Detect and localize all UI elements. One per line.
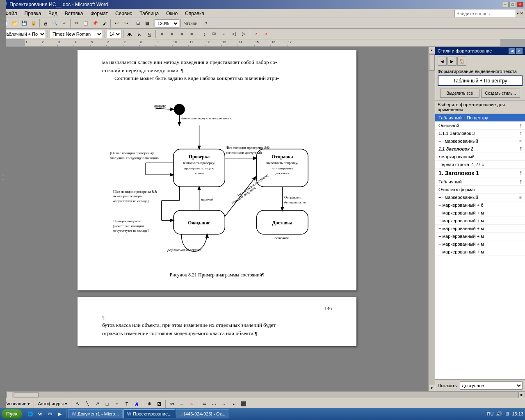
paste-button[interactable]: 📌 (91, 19, 100, 28)
style-item-heading1[interactable]: 1. Заголовок 1 ¶ (435, 169, 525, 178)
style-item-firstline[interactable]: Первая строка: 1,27 с (435, 161, 525, 169)
reading-button[interactable]: Чтение (182, 19, 199, 28)
styles-panel-close[interactable]: ✕ (516, 48, 523, 54)
menu-format[interactable]: Формат (87, 10, 111, 17)
size-select[interactable]: 14 (107, 30, 121, 38)
select-all-button[interactable]: Выделить все (440, 89, 479, 98)
line-spacing-button[interactable]: ↕ (200, 30, 209, 39)
style-item-m4[interactable]: − маркерованный + м (435, 217, 525, 225)
style-item-heading2[interactable]: 1.1 Заголовок 2 ¶ (435, 145, 525, 153)
task-proekt[interactable]: W Проектирование... (123, 409, 175, 418)
menu-view[interactable]: Вид (45, 10, 61, 17)
style-item-tablichny-center[interactable]: Табличный + По центру (435, 114, 525, 122)
clip-art-tool[interactable]: 🖼 (155, 399, 164, 409)
menu-edit[interactable]: Правка (21, 10, 45, 17)
titlebar-controls[interactable]: − □ ✕ (502, 2, 523, 7)
task-446[interactable]: □ [446-924-925] - Ок... (176, 409, 229, 418)
quicklaunch-media[interactable]: ▶ (55, 409, 64, 418)
numbering-button[interactable]: ① (210, 30, 219, 39)
scroll-track[interactable] (429, 53, 435, 385)
copy-button[interactable]: 📋 (81, 19, 90, 28)
close-button[interactable]: ✕ (517, 2, 523, 7)
ellipse-tool[interactable]: ○ (112, 399, 121, 409)
arrow-style-button[interactable]: → (219, 399, 228, 409)
minimize-button[interactable]: − (502, 2, 509, 7)
style-item-m5[interactable]: − маркерованный + м (435, 225, 525, 233)
style-item-marker1[interactable]: − · маркерованный ≡ (435, 137, 525, 145)
rectangle-tool[interactable]: □ (103, 399, 112, 409)
zoom-select[interactable]: 120% 100% 75% (155, 19, 179, 27)
menu-help[interactable]: Справка (182, 10, 208, 17)
fill-color-button[interactable]: A▾ (167, 399, 176, 409)
format-painter-button[interactable]: 🖌 (100, 19, 109, 28)
scroll-up-button[interactable]: ▲ (429, 47, 435, 53)
style-item-bullet-marked[interactable]: • маркированный (435, 153, 525, 161)
menu-insert[interactable]: Вставка (62, 10, 87, 17)
permission-button[interactable]: 🔒 (29, 19, 38, 28)
help-icon-button[interactable]: ? (201, 19, 210, 28)
line-tool[interactable]: ╲ (83, 399, 92, 409)
style-item-m2[interactable]: − маркерованный + б (435, 201, 525, 209)
start-button[interactable]: Пуск (2, 409, 22, 419)
wordart-tool[interactable]: A (132, 399, 141, 409)
hscroll-thumb[interactable] (14, 393, 39, 397)
save-button[interactable]: 💾 (20, 19, 29, 28)
decrease-indent-button[interactable]: ◁ (229, 30, 238, 39)
nav-home-button[interactable]: 🏠 (457, 57, 466, 66)
horizontal-scrollbar[interactable]: ◀ ▶ (0, 391, 525, 398)
menu-table[interactable]: Таблица (136, 10, 162, 17)
preview-button[interactable]: 🔍 (50, 19, 59, 28)
nav-back-button[interactable]: ◀ (438, 57, 447, 66)
help-close-icon[interactable]: ✕ (520, 11, 523, 16)
maximize-button[interactable]: □ (509, 2, 516, 7)
table-button[interactable]: ⊞ (133, 19, 142, 28)
open-button[interactable]: 📂 (10, 19, 19, 28)
font-select[interactable]: Times New Roman (50, 30, 103, 38)
print-button[interactable]: 🖨 (41, 19, 50, 28)
styles-panel-back[interactable]: ◀ (509, 48, 515, 54)
shadow-button[interactable]: ▪ (229, 399, 238, 409)
vertical-scrollbar[interactable]: ▲ ▼ (428, 47, 435, 391)
bold-button[interactable]: Ж (125, 30, 134, 39)
show-select[interactable]: Доступное Все стили (460, 381, 523, 390)
quicklaunch-ie[interactable]: 🌐 (26, 409, 35, 418)
hscroll-right-button[interactable]: ▶ (518, 392, 525, 398)
line-style-button[interactable]: ═ (200, 399, 209, 409)
spellcheck-button[interactable]: ✓ (60, 19, 69, 28)
menu-window[interactable]: Окно (163, 10, 181, 17)
style-item-m7[interactable]: − маркерованный + м (435, 240, 525, 248)
undo-button[interactable]: ↩ (112, 19, 121, 28)
style-item-osnovnoy[interactable]: Основной ¶ (435, 122, 525, 130)
task-doc1[interactable]: W Документ1 - Micro... (68, 409, 123, 418)
line-color-button[interactable]: ─ (177, 399, 186, 409)
columns-button[interactable]: ▦ (143, 19, 152, 28)
bullets-button[interactable]: • (219, 30, 228, 39)
help-input[interactable] (454, 10, 516, 17)
scroll-down-button[interactable]: ▼ (429, 385, 435, 391)
align-left-button[interactable]: ≡ (158, 30, 167, 39)
cursor-tool[interactable]: ↖ (73, 399, 82, 409)
textbox-tool[interactable]: T (122, 399, 131, 409)
styles-panel-controls[interactable]: ◀ ✕ (509, 48, 523, 54)
arrow-tool[interactable]: ↗ (93, 399, 102, 409)
style-item-tablichny[interactable]: Табличный ¶ (435, 178, 525, 186)
diagram-tool[interactable]: ⊕ (145, 399, 154, 409)
align-justify-button[interactable]: ≡ (187, 30, 196, 39)
scroll-thumb[interactable] (429, 54, 435, 71)
font-color-button[interactable]: A (262, 30, 271, 39)
create-style-button[interactable]: Создать стиль... (481, 89, 520, 98)
align-right-button[interactable]: ≡ (177, 30, 186, 39)
hscroll-track[interactable] (12, 392, 518, 398)
style-item-heading3[interactable]: 1.1.1 Заголовок 3 ¶ (435, 130, 525, 137)
dash-style-button[interactable]: - - (210, 399, 219, 409)
style-item-m8[interactable]: − маркерованный + м (435, 248, 525, 256)
font-color-btn2[interactable]: A (187, 399, 196, 409)
cut-button[interactable]: ✂ (72, 19, 81, 28)
style-item-m6[interactable]: − маркерованный + м (435, 233, 525, 240)
increase-indent-button[interactable]: ▷ (239, 30, 248, 39)
redo-button[interactable]: ↪ (121, 19, 130, 28)
nav-forward-button[interactable]: ▶ (447, 57, 457, 66)
align-center-button[interactable]: ≡ (167, 30, 176, 39)
quicklaunch-outlook[interactable]: ✉ (46, 409, 55, 418)
3d-button[interactable]: ⬛ (239, 399, 248, 409)
